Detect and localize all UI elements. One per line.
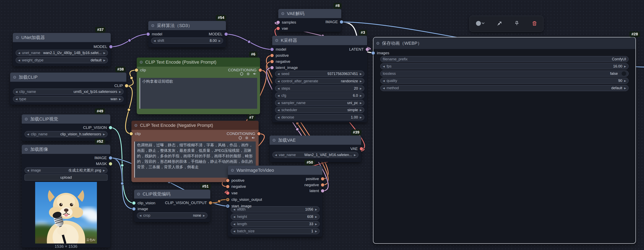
widget-crop[interactable]: ◀cropnone▶ xyxy=(137,212,208,218)
decrement-arrow-icon[interactable]: ◀ xyxy=(154,40,156,42)
port-dot-icon[interactable] xyxy=(226,192,229,195)
widget-height[interactable]: ◀height608▶ xyxy=(231,214,320,220)
port-dot-icon[interactable] xyxy=(130,132,133,135)
input-port-image[interactable]: image xyxy=(132,206,148,212)
collapse-dot-icon[interactable] xyxy=(151,24,154,27)
increment-arrow-icon[interactable]: ▶ xyxy=(360,102,362,104)
increment-arrow-icon[interactable]: ▶ xyxy=(360,94,362,97)
port-dot-icon[interactable] xyxy=(321,177,324,180)
input-port-samples[interactable]: samples xyxy=(276,20,296,25)
decrement-arrow-icon[interactable]: ◀ xyxy=(278,72,280,75)
port-dot-icon[interactable] xyxy=(270,54,274,57)
increment-arrow-icon[interactable]: ▶ xyxy=(360,109,362,112)
port-dot-icon[interactable] xyxy=(321,183,324,186)
decrement-arrow-icon[interactable]: ◀ xyxy=(275,154,277,156)
node-save-animated-webp[interactable]: 保存动画（WEBP）#28imagesfilename_prefixComfyU… xyxy=(373,37,636,244)
increment-arrow-icon[interactable]: ▶ xyxy=(315,230,317,232)
node-title-bar[interactable]: 加载CLIP视觉 xyxy=(22,114,110,124)
input-port-vae[interactable]: vae xyxy=(226,191,238,196)
output-port-negative[interactable]: negative xyxy=(304,182,324,188)
port-dot-icon[interactable] xyxy=(224,32,228,36)
input-port-model[interactable]: model xyxy=(270,47,286,52)
input-port-model[interactable]: model xyxy=(146,32,162,36)
toggle-knob-icon[interactable] xyxy=(622,71,626,76)
input-port-vae[interactable]: vae xyxy=(276,26,288,31)
decrement-arrow-icon[interactable]: ◀ xyxy=(383,65,385,68)
input-port-start_image[interactable]: start_image xyxy=(226,204,252,208)
port-dot-icon[interactable] xyxy=(257,132,260,135)
increment-arrow-icon[interactable]: ▶ xyxy=(104,52,106,54)
node-load-clip-vision[interactable]: 加载CLIP视觉#49CLIP_VISION◀clip_nameclip_vis… xyxy=(22,114,110,141)
node-vae-decode[interactable]: VAE解码#8samplesvaeIMAGE xyxy=(278,9,341,32)
port-dot-icon[interactable] xyxy=(276,27,280,30)
toggle-circle-icon[interactable] xyxy=(240,72,244,76)
decrement-arrow-icon[interactable]: ◀ xyxy=(278,87,280,90)
output-port-IMAGE[interactable]: IMAGE xyxy=(94,156,112,160)
decrement-arrow-icon[interactable]: ◀ xyxy=(278,116,280,119)
output-port-LATENT[interactable]: LATENT xyxy=(349,47,369,52)
collapse-dot-icon[interactable] xyxy=(231,169,234,172)
widget-quality[interactable]: ◀quality90▶ xyxy=(380,78,628,84)
collapse-dot-icon[interactable] xyxy=(13,76,16,79)
toggle-circle-icon[interactable] xyxy=(238,136,242,140)
decrement-arrow-icon[interactable]: ◀ xyxy=(18,52,20,54)
widget-method[interactable]: ◀methoddefault▶ xyxy=(380,85,628,91)
node-title-bar[interactable]: CLIP Text Encode (Negative Prompt) xyxy=(132,121,258,130)
port-dot-icon[interactable] xyxy=(270,60,274,63)
increment-arrow-icon[interactable]: ▶ xyxy=(103,133,105,136)
node-load-vae[interactable]: 加载VAE#39VAE◀vae_nameWan2_1_VAE_bf16.safe… xyxy=(270,136,361,162)
increment-arrow-icon[interactable]: ▶ xyxy=(360,80,362,82)
prompt-textarea[interactable]: 小狗拿着话筒唱歌 xyxy=(140,78,257,109)
speaker-icon[interactable] xyxy=(251,136,255,140)
output-port-VAE[interactable]: VAE xyxy=(350,146,363,151)
output-port-MODEL[interactable]: MODEL xyxy=(209,32,228,36)
node-title-bar[interactable]: 加载VAE xyxy=(270,136,361,145)
increment-arrow-icon[interactable]: ▶ xyxy=(360,72,362,75)
node-title-bar[interactable]: 加载图像 xyxy=(22,145,110,154)
port-dot-icon[interactable] xyxy=(321,189,324,192)
decrement-arrow-icon[interactable]: ◀ xyxy=(233,230,235,232)
collapse-dot-icon[interactable] xyxy=(25,118,28,120)
speaker-icon[interactable] xyxy=(253,72,257,76)
increment-arrow-icon[interactable]: ▶ xyxy=(218,40,221,42)
input-port-clip_vision_output[interactable]: clip_vision_output xyxy=(226,197,262,202)
output-port-latent[interactable]: latent xyxy=(310,188,324,193)
port-dot-icon[interactable] xyxy=(360,147,363,150)
collapse-dot-icon[interactable] xyxy=(140,61,142,64)
port-dot-icon[interactable] xyxy=(270,66,274,69)
node-load-image[interactable]: 加载图像#52IMAGEMASK◀image生成土松犬图片.png▶upload… xyxy=(22,145,110,248)
widget-lossless[interactable]: losslessfalse xyxy=(380,70,628,77)
gear-icon[interactable] xyxy=(245,136,249,140)
port-dot-icon[interactable] xyxy=(366,48,369,51)
output-port-CLIP[interactable]: CLIP xyxy=(114,83,128,88)
decrement-arrow-icon[interactable]: ◀ xyxy=(278,109,280,112)
widget-scheduler[interactable]: ◀schedulersimple▶ xyxy=(275,107,364,113)
collapse-dot-icon[interactable] xyxy=(273,139,276,142)
widget-length[interactable]: ◀length33▶ xyxy=(231,221,320,227)
input-port-clip_vision[interactable]: clip_vision xyxy=(132,200,156,206)
widget-weight_dtype[interactable]: ◀weight_dtypedefault▶ xyxy=(16,57,108,63)
widget-cfg[interactable]: ◀cfg6.0▶ xyxy=(275,92,364,98)
collapse-dot-icon[interactable] xyxy=(281,12,284,15)
widget-sampler_name[interactable]: ◀sampler_nameuni_pc▶ xyxy=(275,100,364,106)
input-port-positive[interactable]: positive xyxy=(270,53,289,58)
collapse-dot-icon[interactable] xyxy=(137,193,140,196)
decrement-arrow-icon[interactable]: ◀ xyxy=(383,87,385,90)
port-dot-icon[interactable] xyxy=(109,45,112,48)
port-dot-icon[interactable] xyxy=(226,179,229,182)
node-model-sampling-sd3[interactable]: 采样算法（SD3）#54modelMODEL◀shift8.00▶ xyxy=(148,21,226,47)
port-dot-icon[interactable] xyxy=(109,126,112,129)
increment-arrow-icon[interactable]: ▶ xyxy=(315,208,317,211)
input-port-negative[interactable]: negative xyxy=(226,184,246,189)
port-dot-icon[interactable] xyxy=(340,20,343,24)
increment-arrow-icon[interactable]: ▶ xyxy=(624,65,626,68)
increment-arrow-icon[interactable]: ▶ xyxy=(624,80,626,82)
widget-clip_name[interactable]: ◀clip_nameumt5_xxl_fp16.safetensors▶ xyxy=(13,88,124,95)
increment-arrow-icon[interactable]: ▶ xyxy=(119,98,121,100)
node-ksampler[interactable]: K采样器#3modelpositivenegativelatent_imageL… xyxy=(272,36,367,122)
port-dot-icon[interactable] xyxy=(258,68,262,72)
decrement-arrow-icon[interactable]: ◀ xyxy=(139,214,142,217)
decrement-arrow-icon[interactable]: ◀ xyxy=(383,80,385,82)
widget-clip_name[interactable]: ◀clip_nameclip_vision_h.safetensors▶ xyxy=(24,131,108,137)
widget-filename_prefix[interactable]: filename_prefixComfyUI xyxy=(380,56,628,62)
